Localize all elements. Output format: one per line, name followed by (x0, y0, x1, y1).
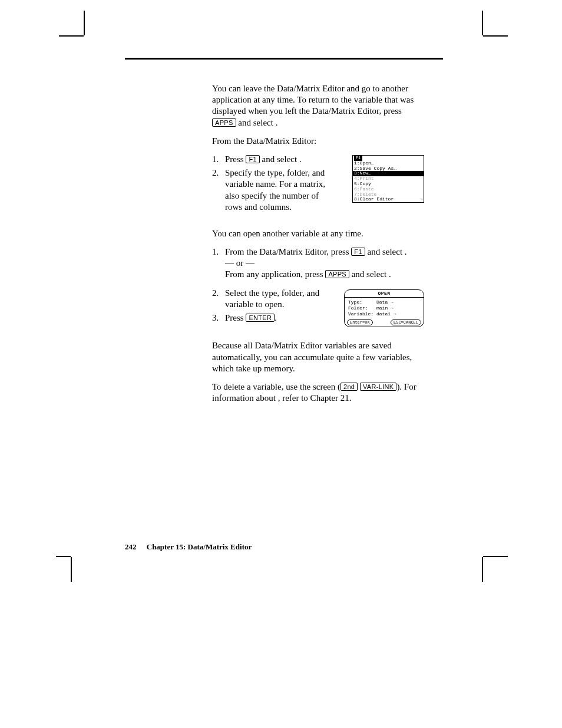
body-text: You can leave the Data/Matrix Editor and… (212, 83, 424, 411)
list-item: 3. Press ENTER. (212, 312, 333, 324)
text: , refer to Chapter 21. (278, 393, 352, 403)
text: Specify the type, folder, and variable n… (225, 167, 333, 213)
text: screen ( (313, 382, 340, 391)
dialog-ok: Enter=OK (347, 319, 373, 326)
crop-mark (71, 557, 72, 582)
text: . (275, 313, 277, 322)
key-apps: APPS (212, 118, 236, 127)
list-number: 3. (212, 312, 225, 324)
text: From the Data/Matrix Editor, press (225, 247, 351, 256)
crop-mark (483, 556, 508, 557)
steps-row: 1. Press F1 and select . 2. Specify the … (212, 154, 424, 215)
text: You can leave the Data/Matrix Editor and… (212, 84, 414, 116)
paragraph: You can open another variable at any tim… (212, 228, 424, 239)
list-number: 2. (212, 288, 225, 310)
list-number: 2. (212, 167, 225, 213)
section-rule (125, 58, 443, 60)
crop-mark (483, 35, 508, 37)
crop-mark (59, 35, 84, 37)
list-item: 2. Specify the type, folder, and variabl… (212, 167, 333, 213)
text: and select (349, 269, 389, 279)
key-enter: ENTER (246, 314, 275, 322)
text: and select (260, 154, 299, 164)
text: and select (365, 247, 405, 256)
crop-mark (56, 556, 71, 557)
arrow-icon: → (419, 197, 422, 202)
list-number: 1. (212, 246, 225, 281)
text: — or — (225, 258, 254, 268)
dialog-title: OPEN (345, 290, 424, 298)
text: . (389, 269, 391, 279)
dialog-line: Variable: data1 → (348, 311, 420, 317)
paragraph: To delete a variable, use the screen (2n… (212, 381, 424, 404)
key-f1: F1 (351, 248, 365, 256)
page-footer: 242 Chapter 15: Data/Matrix Editor (125, 542, 443, 552)
key-apps: APPS (325, 270, 349, 278)
steps-row: 2. Select the type, folder, and variable… (212, 288, 424, 328)
text: . (276, 118, 278, 127)
text: From any application, press (225, 269, 325, 279)
text: . (299, 154, 302, 164)
calculator-menu-screenshot: F1 1:Open… 2:Save Copy As… 3:New… 4:Prin… (352, 154, 424, 203)
key-varlink: VAR-LINK (360, 383, 396, 391)
menu-item: 8↓Clear Editor→ (353, 197, 424, 202)
text: and select (236, 118, 276, 127)
dialog-line: Type: Data → (348, 299, 420, 305)
text: Press (225, 154, 246, 164)
open-dialog-screenshot: OPEN Type: Data → Folder: main → Variabl… (344, 289, 424, 328)
paragraph: From the Data/Matrix Editor: (212, 136, 424, 147)
dialog-line: Folder: main → (348, 305, 420, 311)
paragraph: Because all Data/Matrix Editor variables… (212, 340, 424, 374)
list-item: 1. From the Data/Matrix Editor, press F1… (212, 246, 424, 281)
crop-mark (482, 11, 483, 35)
text: . (405, 247, 407, 256)
crop-mark (84, 11, 85, 35)
page-number: 242 (125, 542, 137, 551)
dialog-cancel: ESC=CANCEL (391, 319, 421, 326)
crop-mark (482, 557, 483, 582)
paragraph: You can leave the Data/Matrix Editor and… (212, 83, 424, 129)
key-2nd: 2nd (340, 383, 358, 391)
text: Press (225, 313, 246, 322)
text: Select the type, folder, and variable to… (225, 288, 333, 310)
list-number: 1. (212, 154, 225, 165)
text: To delete a variable, use the (212, 382, 313, 391)
list-item: 1. Press F1 and select . (212, 154, 333, 165)
list-item: 2. Select the type, folder, and variable… (212, 288, 333, 310)
chapter-title: Chapter 15: Data/Matrix Editor (147, 542, 252, 551)
key-f1: F1 (246, 155, 259, 163)
